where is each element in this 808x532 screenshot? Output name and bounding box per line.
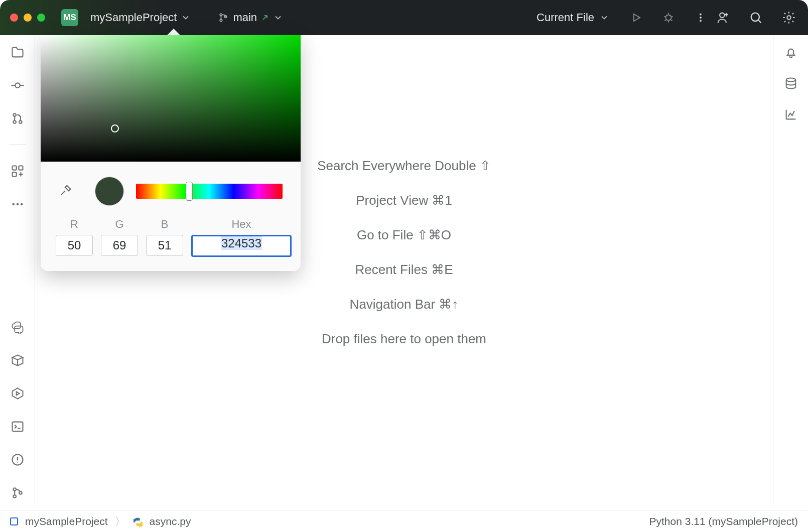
svg-point-25	[786, 78, 795, 82]
color-swatch	[95, 177, 124, 206]
hue-thumb[interactable]	[186, 182, 193, 201]
r-label: R	[70, 218, 78, 231]
problems-tool-icon[interactable]	[10, 452, 26, 468]
svg-point-10	[15, 83, 20, 88]
color-picker-popover: R G B Hex 324533	[41, 35, 301, 271]
hint-drop-files: Drop files here to open them	[322, 331, 486, 347]
svg-rect-16	[12, 172, 16, 176]
window-close-button[interactable]	[10, 14, 18, 22]
hex-value: 324533	[221, 236, 262, 250]
r-input[interactable]	[56, 235, 93, 256]
breadcrumb-root[interactable]: mySampleProject	[25, 515, 108, 527]
g-input[interactable]	[101, 235, 138, 256]
window-minimize-button[interactable]	[24, 14, 32, 22]
hex-input[interactable]: 324533	[191, 235, 292, 257]
saturation-value-panel[interactable]	[41, 35, 301, 162]
svg-rect-20	[12, 422, 23, 432]
svg-point-17	[12, 203, 15, 206]
svg-rect-15	[19, 166, 23, 170]
commit-tool-icon[interactable]	[10, 77, 26, 93]
svg-point-18	[16, 203, 19, 206]
sv-cursor[interactable]	[111, 124, 119, 132]
vcs-tool-icon[interactable]	[10, 485, 26, 501]
hint-search-everywhere: Search Everywhere Double ⇧	[317, 158, 491, 174]
packages-tool-icon[interactable]	[10, 352, 26, 368]
b-label: B	[161, 218, 169, 231]
hint-nav-bar: Navigation Bar ⌘↑	[350, 297, 459, 312]
svg-point-13	[19, 120, 22, 123]
g-label: G	[115, 218, 123, 231]
settings-icon[interactable]	[780, 9, 798, 27]
svg-point-23	[13, 495, 16, 498]
hue-slider[interactable]	[136, 184, 283, 199]
structure-tool-icon[interactable]	[10, 163, 26, 179]
b-input[interactable]	[146, 235, 183, 256]
svg-point-19	[20, 203, 23, 206]
status-bar: mySampleProject 〉 async.py Python 3.11 (…	[0, 510, 808, 532]
python-file-icon	[132, 516, 143, 526]
services-tool-icon[interactable]	[10, 385, 26, 402]
module-icon	[10, 517, 18, 525]
eyedropper-button[interactable]	[59, 183, 75, 199]
more-tool-icon[interactable]	[10, 196, 26, 212]
svg-point-12	[13, 120, 16, 123]
right-tool-gutter	[773, 35, 808, 510]
breadcrumb-separator: 〉	[115, 514, 125, 528]
terminal-tool-icon[interactable]	[10, 419, 26, 435]
notifications-tool-icon[interactable]	[783, 44, 799, 60]
database-tool-icon[interactable]	[783, 75, 799, 91]
sciview-tool-icon[interactable]	[783, 106, 799, 122]
separator	[9, 145, 26, 145]
svg-rect-14	[12, 166, 16, 170]
svg-point-9	[787, 16, 790, 19]
hint-project-view: Project View ⌘1	[356, 193, 452, 208]
svg-point-24	[19, 491, 22, 494]
hex-label: Hex	[231, 218, 251, 231]
hint-recent-files: Recent Files ⌘E	[355, 262, 453, 278]
svg-point-22	[13, 488, 16, 491]
python-console-tool-icon[interactable]	[10, 319, 26, 335]
project-tool-icon[interactable]	[10, 44, 26, 60]
svg-point-11	[13, 113, 16, 116]
hint-go-to-file: Go to File ⇧⌘O	[357, 227, 451, 243]
interpreter-widget[interactable]: Python 3.11 (mySampleProject)	[649, 515, 798, 527]
left-tool-gutter	[0, 35, 35, 510]
breadcrumb-file[interactable]: async.py	[150, 515, 191, 527]
pull-request-tool-icon[interactable]	[10, 110, 26, 126]
